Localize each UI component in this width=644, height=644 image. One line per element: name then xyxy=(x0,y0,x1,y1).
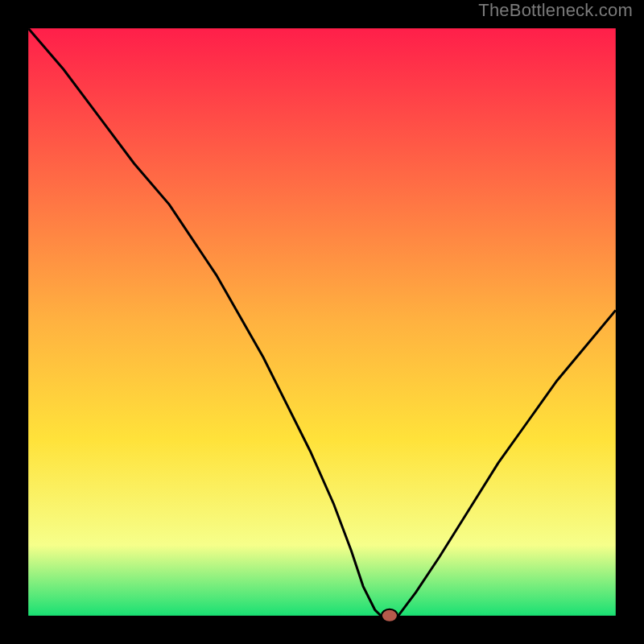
watermark-text: TheBottleneck.com xyxy=(478,0,633,21)
optimal-marker xyxy=(382,609,398,622)
plot-background xyxy=(28,28,616,616)
bottleneck-chart: TheBottleneck.com xyxy=(0,0,644,644)
chart-canvas xyxy=(0,0,644,644)
